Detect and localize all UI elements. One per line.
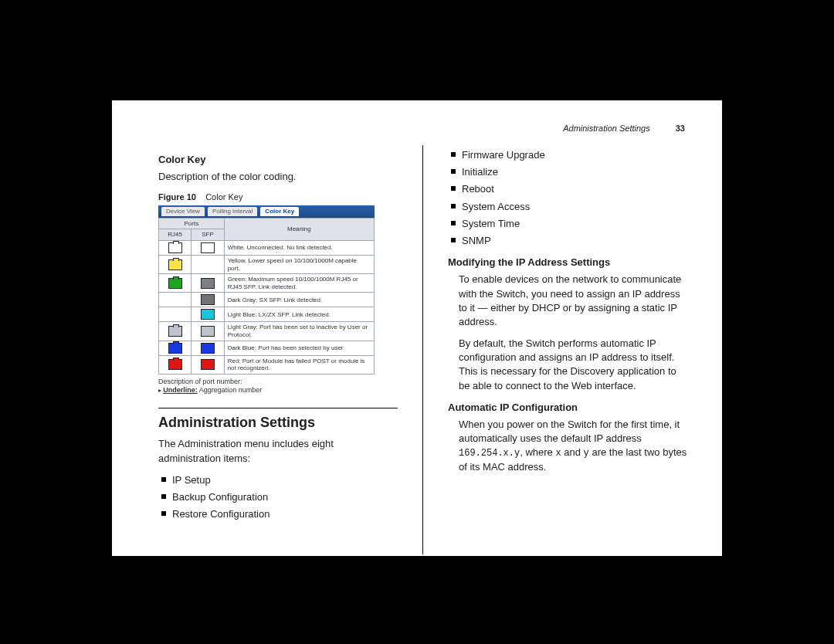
cell-sfp bbox=[192, 307, 224, 322]
cell-meaning: Dark Blue: Port has been selected by use… bbox=[224, 341, 374, 355]
list-item: Reboot bbox=[462, 182, 687, 196]
running-title: Administration Settings bbox=[563, 124, 650, 133]
table-row: Dark Blue: Port has been selected by use… bbox=[159, 341, 375, 355]
color-key-heading: Color Key bbox=[158, 153, 398, 167]
left-column: Color Key Description of the color codin… bbox=[158, 145, 398, 554]
table-row: Dark Gray: SX SFP. Link detected. bbox=[159, 293, 375, 307]
auto-ip-heading: Automatic IP Configuration bbox=[448, 401, 687, 415]
table-row: Light Gray: Port has been set to inactiv… bbox=[159, 322, 375, 341]
modify-ip-p1: To enable devices on the network to comm… bbox=[459, 273, 687, 329]
rj45-port-icon bbox=[168, 326, 182, 337]
sfp-port-icon bbox=[201, 343, 215, 354]
cell-sfp bbox=[192, 293, 224, 307]
cell-meaning: White. Unconnected. No link detected. bbox=[224, 240, 374, 255]
th-meaning: Meaning bbox=[224, 218, 374, 240]
th-sfp: SFP bbox=[192, 229, 224, 241]
figure-title: Color Key bbox=[205, 192, 242, 202]
sfp-port-icon bbox=[201, 359, 215, 370]
tab-device-view[interactable]: Device View bbox=[161, 207, 205, 216]
color-key-table: Ports Meaning RJ45 SFP White. Unconnecte… bbox=[158, 218, 375, 375]
tab-polling-interval[interactable]: Polling Interval bbox=[208, 207, 257, 216]
rj45-port-icon bbox=[168, 242, 182, 253]
sfp-port-icon bbox=[201, 294, 215, 305]
cell-rj45 bbox=[159, 355, 192, 374]
admin-items-left-list: IP SetupBackup ConfigurationRestore Conf… bbox=[158, 473, 398, 522]
cell-meaning: Light Gray: Port has been set to inactiv… bbox=[224, 322, 374, 341]
list-item: Backup Configuration bbox=[172, 490, 398, 504]
table-row: Light Blue: LX/ZX SFP. Link detected. bbox=[159, 307, 375, 322]
page-number: 33 bbox=[676, 124, 685, 133]
cell-meaning: Yellow. Lower speed on 10/100/1000M capa… bbox=[224, 255, 374, 273]
running-header: Administration Settings 33 bbox=[563, 124, 685, 133]
cell-sfp bbox=[192, 240, 224, 255]
cell-meaning: Light Blue: LX/ZX SFP. Link detected. bbox=[224, 307, 374, 322]
cell-meaning: Dark Gray: SX SFP. Link detected. bbox=[224, 293, 374, 307]
table-row: Green: Maximum speed 10/100/1000M RJ45 o… bbox=[159, 274, 375, 293]
cell-rj45 bbox=[159, 240, 192, 255]
footnote-2-text: Aggregation number bbox=[199, 386, 263, 394]
footnote-1: Description of port number: bbox=[158, 378, 375, 386]
auto-ip-y: y bbox=[584, 448, 589, 459]
th-rj45: RJ45 bbox=[159, 229, 192, 241]
sfp-port-icon bbox=[201, 278, 215, 289]
admin-settings-heading: Administration Settings bbox=[158, 408, 398, 432]
list-item: System Time bbox=[462, 217, 687, 231]
sfp-port-icon bbox=[201, 242, 215, 253]
admin-items-right-list: Firmware UpgradeInitializeRebootSystem A… bbox=[448, 148, 687, 248]
auto-ip-p1: When you power on the Switch for the fir… bbox=[459, 418, 687, 474]
cell-rj45 bbox=[159, 293, 192, 307]
th-ports: Ports bbox=[159, 218, 225, 229]
cell-sfp bbox=[192, 255, 224, 273]
table-row: White. Unconnected. No link detected. bbox=[159, 240, 375, 255]
admin-settings-intro: The Administration menu includes eight a… bbox=[158, 437, 398, 465]
footnote-2: Underline: Aggregation number bbox=[158, 386, 375, 395]
figure-tabbar: Device View Polling Interval Color Key bbox=[158, 205, 375, 218]
cell-meaning: Red: Port or Module has failed POST or m… bbox=[224, 355, 374, 374]
cell-rj45 bbox=[159, 341, 192, 355]
list-item: Firmware Upgrade bbox=[462, 148, 687, 162]
modify-ip-heading: Modifying the IP Address Settings bbox=[448, 256, 687, 269]
list-item: SNMP bbox=[462, 234, 687, 248]
auto-ip-text-b: , where bbox=[520, 446, 555, 458]
cell-sfp bbox=[192, 274, 224, 293]
table-row: Red: Port or Module has failed POST or m… bbox=[159, 355, 375, 374]
auto-ip-code: 169.254.x.y bbox=[459, 448, 520, 459]
color-key-figure: Device View Polling Interval Color Key P… bbox=[158, 205, 375, 395]
auto-ip-text-a: When you power on the Switch for the fir… bbox=[459, 419, 680, 444]
sfp-port-icon bbox=[201, 326, 215, 337]
tab-color-key[interactable]: Color Key bbox=[260, 207, 299, 216]
figure-caption: Figure 10 Color Key bbox=[158, 192, 398, 203]
figure-footnotes: Description of port number: Underline: A… bbox=[158, 378, 375, 395]
color-key-description: Description of the color coding. bbox=[158, 170, 398, 184]
cell-rj45 bbox=[159, 274, 192, 293]
right-column: Firmware UpgradeInitializeRebootSystem A… bbox=[448, 145, 687, 554]
auto-ip-x: x bbox=[555, 448, 561, 459]
cell-sfp bbox=[192, 322, 224, 341]
list-item: IP Setup bbox=[172, 473, 398, 487]
column-divider bbox=[422, 145, 423, 554]
list-item: System Access bbox=[462, 200, 687, 214]
auto-ip-text-c: and bbox=[561, 446, 584, 458]
list-item: Initialize bbox=[462, 165, 687, 179]
list-item: Restore Configuration bbox=[172, 507, 398, 521]
sfp-port-icon bbox=[201, 309, 215, 320]
table-row: Yellow. Lower speed on 10/100/1000M capa… bbox=[159, 255, 375, 273]
cell-sfp bbox=[192, 341, 224, 355]
document-page: Administration Settings 33 Color Key Des… bbox=[112, 100, 722, 556]
cell-rj45 bbox=[159, 307, 192, 322]
rj45-port-icon bbox=[168, 343, 182, 354]
cell-rj45 bbox=[159, 255, 192, 273]
cell-sfp bbox=[192, 355, 224, 374]
footnote-2-label: Underline: bbox=[163, 386, 198, 394]
rj45-port-icon bbox=[168, 259, 182, 270]
figure-label: Figure 10 bbox=[158, 192, 196, 202]
cell-rj45 bbox=[159, 322, 192, 341]
cell-meaning: Green: Maximum speed 10/100/1000M RJ45 o… bbox=[224, 274, 374, 293]
modify-ip-p2: By default, the Switch performs automati… bbox=[459, 337, 687, 393]
rj45-port-icon bbox=[168, 278, 182, 289]
rj45-port-icon bbox=[168, 359, 182, 370]
